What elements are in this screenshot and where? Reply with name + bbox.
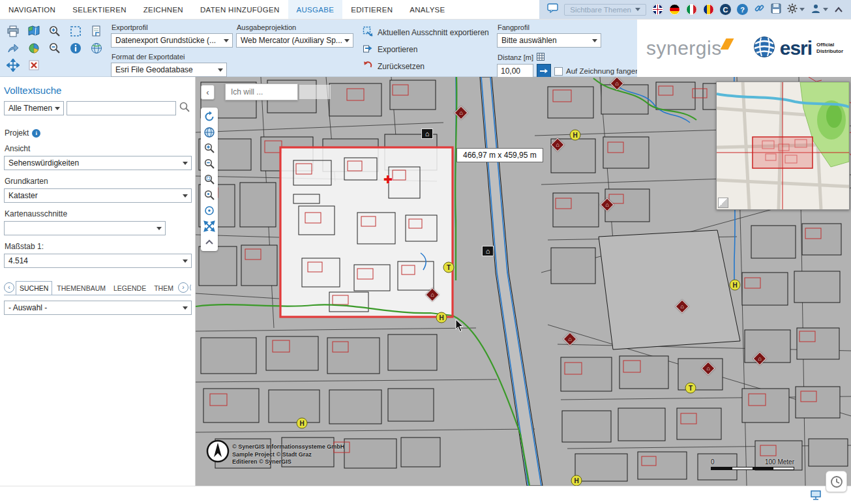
zoom-in-button[interactable] (44, 23, 65, 40)
view-select[interactable]: Sehenswürdigkeiten (4, 156, 192, 170)
history-clock-button[interactable] (826, 471, 847, 492)
globe-3d-button[interactable] (86, 40, 107, 57)
export-profile-select[interactable]: Datenexport Grundstücke (... (111, 33, 233, 48)
thematic-map-button[interactable] (23, 40, 44, 57)
presentation-icon[interactable] (811, 490, 821, 503)
reset-button[interactable]: Zurücksetzen (363, 60, 489, 72)
menu-zeichnen[interactable]: ZEICHNEN (135, 0, 192, 19)
snap-drawing-label: Auf Zeichnung fangen (566, 67, 640, 75)
refresh-icon[interactable] (202, 109, 217, 125)
tab-legende[interactable]: LEGENDE (110, 282, 149, 295)
search-icon[interactable] (179, 101, 190, 115)
export-extent-label: Aktuellen Ausschnitt exportieren (378, 28, 489, 37)
fulltext-search-input[interactable] (67, 101, 176, 115)
settings-menu-button[interactable] (787, 3, 805, 16)
map-extents-select[interactable] (4, 221, 166, 235)
basemap-select[interactable]: Kataster (4, 188, 192, 203)
basemap-value: Kataster (8, 191, 38, 200)
overview-toggle-icon[interactable] (718, 198, 728, 208)
tabs-add-button[interactable]: + (190, 282, 191, 293)
collapse-tools-icon[interactable] (202, 234, 217, 250)
tab-themen[interactable]: THEM (151, 282, 177, 295)
esri-subtitle: Official Distributor (816, 42, 843, 55)
search-scope-select[interactable]: Alle Themen (4, 101, 64, 115)
snap-profile-value: Bitte auswählen (501, 36, 557, 45)
apply-distance-button[interactable] (537, 64, 551, 78)
map-marker-square[interactable]: ⌂ (421, 128, 433, 139)
menu-selektieren[interactable]: SELEKTIEREN (64, 0, 135, 19)
map-export-button[interactable] (23, 23, 44, 40)
info-icon[interactable]: i (32, 129, 40, 138)
distance-label: Distanz [m] (498, 53, 533, 61)
menu-navigation[interactable]: NAVIGATION (0, 0, 64, 19)
synergis-slash-icon (720, 38, 734, 50)
map-viewport[interactable]: ‹ (196, 77, 851, 486)
snap-profile-select[interactable]: Bitte auswählen (497, 33, 601, 48)
tabs-scroll-right-button[interactable]: › (178, 282, 188, 293)
map-copyright: © SynerGIS Informationssysteme GmbH Samp… (232, 443, 344, 466)
menu-ausgabe[interactable]: AUSGABE (288, 0, 343, 19)
projection-select[interactable]: Web Mercator (Auxiliary Sp... (236, 33, 353, 48)
print-button[interactable] (3, 23, 23, 40)
link-icon[interactable] (754, 3, 765, 16)
zoom-out-button[interactable] (44, 40, 65, 57)
zoom-in-icon[interactable] (202, 140, 217, 156)
distance-input[interactable] (497, 64, 533, 78)
fullscreen-icon[interactable] (202, 218, 217, 234)
toolbar-main: Exportprofil Datenexport Grundstücke (..… (0, 20, 654, 77)
chevron-down-icon (224, 39, 229, 42)
zoom-extent-icon[interactable] (202, 171, 217, 187)
map-marker-square[interactable]: ⌂ (482, 246, 494, 256)
select-extent-button[interactable] (65, 23, 86, 40)
flag-ro-icon[interactable] (703, 4, 714, 15)
map-marker-h[interactable]: H (436, 312, 447, 323)
tab-themenbaum[interactable]: THEMENBAUM (53, 282, 109, 295)
share-button[interactable] (3, 40, 23, 57)
zoom-last-icon[interactable] (202, 187, 217, 203)
overview-map[interactable] (716, 82, 850, 210)
map-marker-h[interactable]: H (297, 418, 308, 429)
map-marker-t[interactable]: T (443, 262, 455, 273)
flag-uk-icon[interactable] (652, 4, 663, 15)
export-icon (363, 43, 373, 55)
flag-de-icon[interactable] (669, 4, 680, 15)
distance-label-row: Distanz [m] (498, 53, 640, 62)
export-extent-button[interactable]: Aktuellen Ausschnitt exportieren (363, 26, 489, 38)
scale-select[interactable]: 4.514 (4, 254, 192, 268)
info-button[interactable] (65, 40, 86, 57)
help-icon[interactable]: ? (737, 4, 748, 15)
export-button[interactable]: Exportieren (363, 43, 489, 55)
ich-will-input[interactable] (225, 83, 298, 100)
menu-editieren[interactable]: EDITIEREN (342, 0, 401, 19)
pan-button[interactable] (3, 57, 23, 74)
save-icon[interactable] (771, 3, 781, 16)
visible-themes-dropdown[interactable]: Sichtbare Themen (564, 4, 646, 16)
menu-analyse[interactable]: ANALYSE (401, 0, 453, 19)
map-marker-t[interactable]: T (685, 383, 696, 394)
delete-button[interactable] (23, 57, 44, 74)
ausgabe-toolbar: Exportprofil Datenexport Grundstücke (..… (0, 20, 851, 77)
sidebar-collapse-button[interactable]: ‹ (201, 85, 215, 100)
zoom-out-icon[interactable] (202, 156, 217, 171)
map-marker-h[interactable]: H (570, 130, 581, 141)
export-sheet-button[interactable] (86, 23, 107, 40)
map-marker-h[interactable]: H (571, 475, 582, 486)
esri-subtitle-line2: Distributor (816, 48, 843, 55)
synergis-logo: synergis (646, 37, 731, 59)
menu-daten-hinzufuegen[interactable]: DATEN HINZUFÜGEN (192, 0, 288, 19)
export-format-select[interactable]: Esri File Geodatabase (111, 63, 227, 77)
center-target-icon[interactable] (202, 203, 217, 218)
tabs-scroll-left-button[interactable]: ‹ (4, 282, 14, 293)
copyright-line: © SynerGIS Informationssysteme GmbH (232, 443, 344, 451)
user-menu-button[interactable] (811, 3, 828, 16)
map-marker-h[interactable]: H (730, 280, 741, 291)
language-icon[interactable]: C (720, 4, 731, 15)
tab-suchen[interactable]: SUCHEN (16, 281, 52, 295)
flag-it-icon[interactable] (686, 4, 697, 15)
snap-drawing-checkbox[interactable] (554, 67, 563, 76)
globe-icon[interactable] (202, 125, 217, 140)
feedback-bubble-icon[interactable] (547, 3, 558, 16)
map-marker-cross[interactable]: ✚ (383, 173, 392, 186)
collapse-toolbar-icon[interactable] (834, 4, 843, 16)
selection-select[interactable]: - Auswahl - (4, 301, 192, 315)
